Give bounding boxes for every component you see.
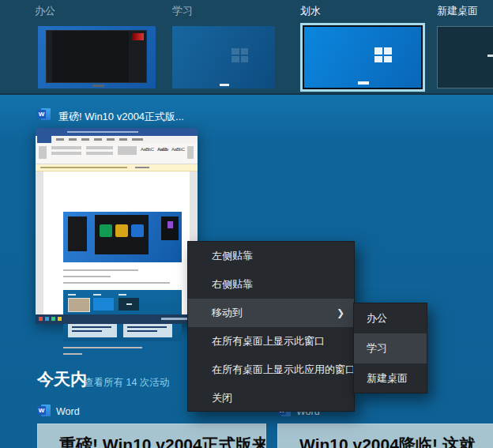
see-all-activities-link[interactable]: 查看所有 14 次活动 (84, 376, 169, 390)
menu-item-snap-left[interactable]: 左侧贴靠 (188, 242, 354, 270)
window-title: 重磅! Win10 v2004正式版... (58, 110, 184, 124)
doc-page (43, 171, 190, 314)
context-menu: 左侧贴靠 右侧贴靠 移动到 ❯ 在所有桌面上显示此窗口 在所有桌面上显示此应用的… (187, 241, 355, 412)
plus-icon (487, 55, 493, 57)
menu-item-show-app-windows-all-desktops[interactable]: 在所有桌面上显示此应用的窗口 (188, 356, 354, 384)
menu-item-move-to[interactable]: 移动到 ❯ (188, 299, 354, 327)
taskbar-hint (92, 85, 104, 87)
taskbar-hint (358, 81, 369, 85)
timeline-entry-app: Word (56, 406, 80, 417)
submenu-item-office[interactable]: 办公 (354, 303, 427, 333)
desktop-label-office[interactable]: 办公 (35, 4, 55, 18)
desktop-strip: 办公 学习 划水 新建桌面 (0, 0, 493, 95)
menu-item-show-window-all-desktops[interactable]: 在所有桌面上显示此窗口 (188, 327, 354, 356)
style-chip: AaBbC (141, 147, 154, 152)
submenu-item-study[interactable]: 学习 (354, 333, 427, 363)
new-desktop-tile[interactable] (437, 26, 493, 88)
windows-logo-icon (374, 47, 392, 62)
word-icon: W (37, 108, 51, 121)
desktop-label-study[interactable]: 学习 (172, 4, 193, 18)
doc-body (36, 171, 198, 314)
word-window-thumbnail[interactable]: AaBbC AaBb AaBbC (36, 128, 198, 324)
timeline-card[interactable]: 重磅! Win10 v2004正式版来 (37, 424, 266, 448)
menu-item-close[interactable]: 关闭 (188, 384, 354, 412)
timeline-card-title: 重磅! Win10 v2004正式版来 (59, 434, 265, 448)
desktop-thumbnail-office[interactable] (38, 26, 156, 88)
taskbar-hint (220, 84, 229, 86)
desktop-thumbnail-slack-active[interactable] (300, 23, 425, 92)
doc-ribbon-tabs (36, 136, 198, 143)
doc-message-bar (36, 164, 198, 171)
desktop-label-slack[interactable]: 划水 (300, 4, 321, 18)
submenu-item-new-desktop[interactable]: 新建桌面 (354, 363, 427, 393)
desktop-thumbnail-study[interactable] (172, 26, 275, 88)
windows-logo-icon (231, 48, 248, 62)
doc-ribbon: AaBbC AaBb AaBbC (36, 143, 198, 164)
context-submenu: 办公 学习 新建桌面 (353, 303, 427, 393)
office-app-preview (46, 30, 147, 83)
timeline-card[interactable]: Win10 v2004降临! 这就 (277, 424, 493, 448)
doc-titlebar (36, 128, 198, 136)
timeline-card-title: Win10 v2004降临! 这就 (299, 434, 493, 448)
style-chip: AaBb (157, 147, 168, 152)
desktop-label-new[interactable]: 新建桌面 (437, 4, 478, 18)
doc-taskbar (36, 314, 198, 324)
timeline-heading: 今天内 (37, 368, 87, 390)
style-chip: AaBbC (171, 147, 185, 152)
submenu-chevron-icon: ❯ (337, 299, 344, 327)
word-icon: W (37, 405, 51, 417)
menu-item-snap-right[interactable]: 右侧贴靠 (188, 270, 354, 299)
doc-embedded-screenshot-1 (63, 212, 182, 262)
